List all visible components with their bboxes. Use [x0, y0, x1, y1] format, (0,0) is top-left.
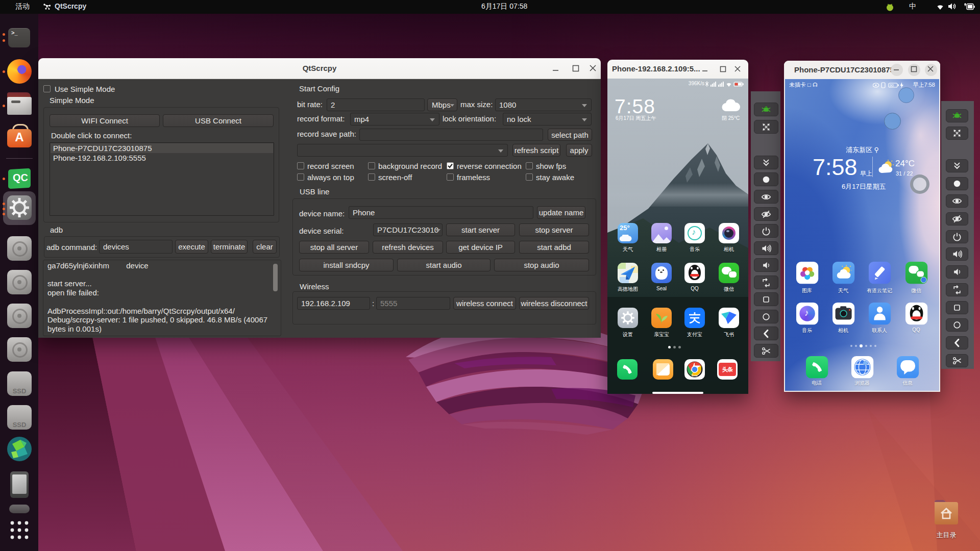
svg-text:90: 90 [890, 84, 894, 87]
svg-text:Beta: Beta [692, 374, 698, 377]
